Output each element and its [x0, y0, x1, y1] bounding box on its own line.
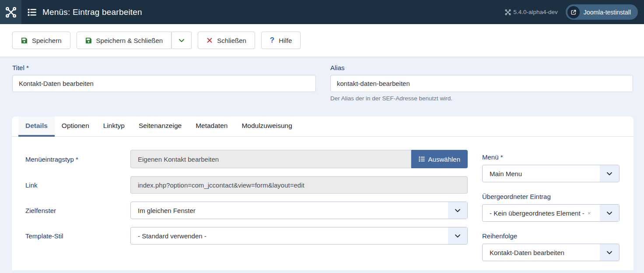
- ordering-group: Reihenfolge Kontakt-Daten bearbeiten: [482, 232, 620, 261]
- target-window-value: Im gleichen Fenster: [131, 207, 448, 214]
- template-style-value: - Standard verwenden -: [131, 232, 448, 240]
- list-icon: [28, 8, 36, 17]
- link-row: Link index.php?option=com_jccontact&view…: [25, 176, 468, 194]
- title-input[interactable]: [12, 75, 316, 92]
- chevron-down-icon: [178, 37, 185, 44]
- help-button[interactable]: ? Hilfe: [261, 32, 301, 49]
- floppy-disk-icon: [21, 37, 28, 44]
- details-sidebar-column: Menü * Main Menu Übergeordneter Eintrag …: [482, 153, 620, 272]
- template-style-select[interactable]: - Standard verwenden -: [130, 227, 468, 245]
- link-label: Link: [25, 181, 130, 189]
- question-mark-icon: ?: [270, 36, 274, 45]
- details-tab-panel: Menüeintragstyp * Eigenen Kontakt bearbe…: [12, 137, 634, 272]
- version-text: 5.4.0-alpha4-dev: [514, 9, 558, 15]
- tab-metadaten[interactable]: Metadaten: [189, 117, 234, 137]
- menu-group: Menü * Main Menu: [482, 153, 620, 182]
- save-close-button[interactable]: Speichern & Schließen: [77, 32, 172, 49]
- menu-item-type-label: Menüeintragstyp *: [25, 156, 130, 163]
- menu-item-type-value: Eigenen Kontakt bearbeiten: [130, 150, 411, 168]
- title-alias-section: Titel * Alias Der Alias der in der SEF-A…: [0, 57, 644, 102]
- close-button-label: Schließen: [217, 37, 246, 44]
- target-window-label: Zielfenster: [25, 207, 130, 214]
- tab-bar: Details Optionen Linktyp Seitenanzeige M…: [12, 117, 634, 137]
- tab-modulzuweisung[interactable]: Modulzuweisung: [234, 117, 299, 137]
- external-link-icon: [567, 6, 580, 18]
- template-style-label: Template-Stil: [25, 232, 130, 240]
- floppy-disk-icon: [85, 37, 92, 44]
- chevron-down-icon: [600, 165, 619, 182]
- template-style-row: Template-Stil - Standard verwenden -: [25, 227, 468, 245]
- tab-linktyp[interactable]: Linktyp: [96, 117, 132, 137]
- parent-item-group: Übergeordneter Eintrag - Kein übergeordn…: [482, 193, 620, 222]
- joomla-logo-icon: [5, 7, 17, 18]
- parent-item-value: - Kein übergeordnetes Element -: [490, 209, 584, 217]
- tab-details[interactable]: Details: [18, 117, 55, 137]
- chevron-down-icon: [448, 202, 467, 219]
- menu-label: Menü *: [482, 153, 620, 161]
- joomla-logo[interactable]: [0, 0, 21, 24]
- site-preview-button[interactable]: Joomla-testinstall: [566, 4, 638, 20]
- save-options-dropdown-toggle[interactable]: [172, 32, 192, 49]
- menu-item-type-row: Menüeintragstyp * Eigenen Kontakt bearbe…: [25, 150, 468, 168]
- close-button[interactable]: Schließen: [198, 32, 255, 49]
- parent-item-select[interactable]: - Kein übergeordnetes Element - ×: [482, 204, 620, 222]
- menu-select[interactable]: Main Menu: [482, 165, 620, 182]
- title-field-label: Titel *: [12, 64, 316, 71]
- target-window-row: Zielfenster Im gleichen Fenster: [25, 202, 468, 219]
- save-button-label: Speichern: [32, 37, 62, 44]
- ordering-select[interactable]: Kontakt-Daten bearbeiten: [482, 244, 620, 261]
- select-menu-item-type-label: Auswählen: [428, 156, 460, 163]
- alias-input[interactable]: [330, 75, 633, 92]
- alias-field-label: Alias: [330, 64, 633, 71]
- parent-item-label: Übergeordneter Eintrag: [482, 193, 620, 200]
- list-icon: [419, 156, 425, 162]
- edit-item-card: Details Optionen Linktyp Seitenanzeige M…: [12, 117, 634, 270]
- chevron-down-icon: [448, 227, 467, 244]
- select-menu-item-type-button[interactable]: Auswählen: [411, 150, 468, 168]
- alias-field-group: Alias Der Alias der in der SEF-Adresse b…: [330, 64, 633, 102]
- title-field-group: Titel *: [12, 64, 316, 102]
- tab-seitenanzeige[interactable]: Seitenanzeige: [132, 117, 189, 137]
- target-window-select[interactable]: Im gleichen Fenster: [130, 202, 468, 219]
- ordering-label: Reihenfolge: [482, 232, 620, 240]
- joomla-version: 5.4.0-alpha4-dev: [505, 9, 558, 15]
- help-button-label: Hilfe: [279, 37, 292, 44]
- page-title: Menüs: Eintrag bearbeiten: [42, 7, 142, 17]
- chevron-down-icon: [600, 244, 619, 261]
- site-preview-label: Joomla-testinstall: [584, 9, 631, 16]
- menu-value: Main Menu: [483, 170, 600, 177]
- clear-selection-icon[interactable]: ×: [588, 210, 591, 216]
- save-close-button-group: Speichern & Schließen: [77, 32, 192, 49]
- alias-hint-text: Der Alias der in der SEF-Adresse benutzt…: [330, 95, 633, 102]
- joomla-version-icon: [505, 9, 511, 15]
- chevron-down-icon: [600, 205, 619, 221]
- link-value: index.php?option=com_jccontact&view=form…: [130, 176, 468, 194]
- details-main-column: Menüeintragstyp * Eigenen Kontakt bearbe…: [25, 150, 468, 272]
- ordering-value: Kontakt-Daten bearbeiten: [483, 249, 600, 256]
- save-button[interactable]: Speichern: [12, 32, 70, 49]
- tab-optionen[interactable]: Optionen: [55, 117, 96, 137]
- x-icon: [206, 37, 213, 43]
- save-close-button-label: Speichern & Schließen: [96, 37, 163, 44]
- admin-header: Menüs: Eintrag bearbeiten 5.4.0-alpha4-d…: [0, 0, 644, 24]
- toolbar: Speichern Speichern & Schließen Schließe…: [0, 24, 644, 57]
